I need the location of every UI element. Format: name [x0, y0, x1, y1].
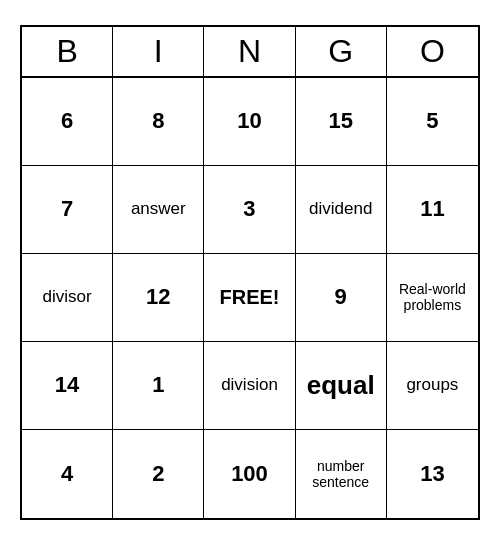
bingo-cell: 12 [113, 254, 204, 342]
header-letter: B [22, 27, 113, 76]
bingo-cell: 15 [296, 78, 387, 166]
bingo-cell: dividend [296, 166, 387, 254]
header-letter: G [296, 27, 387, 76]
bingo-cell: answer [113, 166, 204, 254]
bingo-cell: division [204, 342, 295, 430]
bingo-cell: 7 [22, 166, 113, 254]
bingo-header: BINGO [22, 27, 478, 78]
bingo-cell: 6 [22, 78, 113, 166]
bingo-cell: number sentence [296, 430, 387, 518]
bingo-cell: 2 [113, 430, 204, 518]
bingo-cell: 9 [296, 254, 387, 342]
bingo-cell: 8 [113, 78, 204, 166]
bingo-cell: groups [387, 342, 478, 430]
header-letter: O [387, 27, 478, 76]
bingo-cell: equal [296, 342, 387, 430]
bingo-cell: 14 [22, 342, 113, 430]
bingo-cell: 11 [387, 166, 478, 254]
bingo-grid: 68101557answer3dividend11divisor12FREE!9… [22, 78, 478, 518]
bingo-cell: 10 [204, 78, 295, 166]
bingo-cell: 13 [387, 430, 478, 518]
bingo-cell: 3 [204, 166, 295, 254]
bingo-cell: FREE! [204, 254, 295, 342]
bingo-cell: 100 [204, 430, 295, 518]
bingo-cell: 5 [387, 78, 478, 166]
bingo-cell: divisor [22, 254, 113, 342]
bingo-card: BINGO 68101557answer3dividend11divisor12… [20, 25, 480, 520]
header-letter: I [113, 27, 204, 76]
header-letter: N [204, 27, 295, 76]
bingo-cell: 4 [22, 430, 113, 518]
bingo-cell: Real-world problems [387, 254, 478, 342]
bingo-cell: 1 [113, 342, 204, 430]
